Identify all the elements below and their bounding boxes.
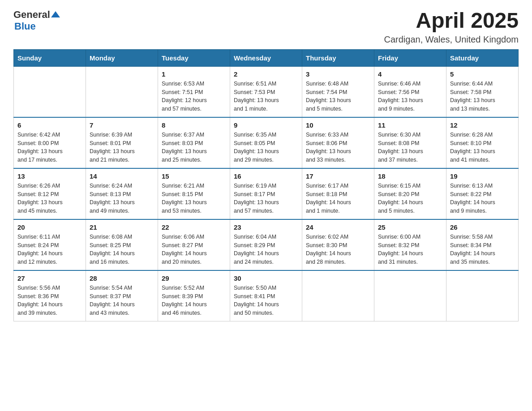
calendar-cell: 23Sunrise: 6:04 AM Sunset: 8:29 PM Dayli… <box>230 219 302 270</box>
calendar-cell: 19Sunrise: 6:13 AM Sunset: 8:22 PM Dayli… <box>446 168 519 219</box>
day-info: Sunrise: 6:21 AM Sunset: 8:15 PM Dayligh… <box>162 182 226 215</box>
calendar-cell: 16Sunrise: 6:19 AM Sunset: 8:17 PM Dayli… <box>230 168 302 219</box>
day-number: 11 <box>378 121 442 129</box>
day-number: 9 <box>234 121 298 129</box>
logo-wordmark: General Blue <box>13 9 60 32</box>
calendar-cell: 3Sunrise: 6:48 AM Sunset: 7:54 PM Daylig… <box>302 66 374 117</box>
day-info: Sunrise: 6:24 AM Sunset: 8:13 PM Dayligh… <box>90 182 154 215</box>
calendar-cell: 4Sunrise: 6:46 AM Sunset: 7:56 PM Daylig… <box>374 66 446 117</box>
day-number: 25 <box>378 223 442 231</box>
calendar-cell: 20Sunrise: 6:11 AM Sunset: 8:24 PM Dayli… <box>14 219 86 270</box>
day-number: 15 <box>162 172 226 180</box>
day-number: 20 <box>17 223 82 231</box>
day-number: 16 <box>234 172 298 180</box>
day-number: 26 <box>450 223 515 231</box>
day-info: Sunrise: 6:51 AM Sunset: 7:53 PM Dayligh… <box>234 80 298 113</box>
calendar-cell: 15Sunrise: 6:21 AM Sunset: 8:15 PM Dayli… <box>158 168 230 219</box>
title-block: April 2025 Cardigan, Wales, United Kingd… <box>384 9 519 45</box>
calendar-cell: 12Sunrise: 6:28 AM Sunset: 8:10 PM Dayli… <box>446 117 519 168</box>
calendar-cell: 18Sunrise: 6:15 AM Sunset: 8:20 PM Dayli… <box>374 168 446 219</box>
weekday-header-tuesday: Tuesday <box>158 49 230 66</box>
calendar-cell <box>86 66 158 117</box>
calendar-cell: 8Sunrise: 6:37 AM Sunset: 8:03 PM Daylig… <box>158 117 230 168</box>
calendar-cell: 13Sunrise: 6:26 AM Sunset: 8:12 PM Dayli… <box>14 168 86 219</box>
calendar-cell: 25Sunrise: 6:00 AM Sunset: 8:32 PM Dayli… <box>374 219 446 270</box>
day-info: Sunrise: 5:56 AM Sunset: 8:36 PM Dayligh… <box>17 284 82 317</box>
day-number: 13 <box>17 172 82 180</box>
day-info: Sunrise: 5:52 AM Sunset: 8:39 PM Dayligh… <box>162 284 226 317</box>
day-info: Sunrise: 6:00 AM Sunset: 8:32 PM Dayligh… <box>378 233 442 266</box>
day-number: 23 <box>234 223 298 231</box>
day-info: Sunrise: 6:17 AM Sunset: 8:18 PM Dayligh… <box>306 182 370 215</box>
day-info: Sunrise: 6:26 AM Sunset: 8:12 PM Dayligh… <box>17 182 82 215</box>
day-number: 21 <box>90 223 154 231</box>
day-number: 24 <box>306 223 370 231</box>
calendar-cell: 28Sunrise: 5:54 AM Sunset: 8:37 PM Dayli… <box>86 270 158 321</box>
day-info: Sunrise: 6:19 AM Sunset: 8:17 PM Dayligh… <box>234 182 298 215</box>
day-info: Sunrise: 5:50 AM Sunset: 8:41 PM Dayligh… <box>234 284 298 317</box>
day-info: Sunrise: 6:46 AM Sunset: 7:56 PM Dayligh… <box>378 80 442 113</box>
day-info: Sunrise: 6:28 AM Sunset: 8:10 PM Dayligh… <box>450 131 515 164</box>
day-number: 10 <box>306 121 370 129</box>
day-number: 28 <box>90 274 154 282</box>
calendar-cell: 5Sunrise: 6:44 AM Sunset: 7:58 PM Daylig… <box>446 66 519 117</box>
day-info: Sunrise: 6:02 AM Sunset: 8:30 PM Dayligh… <box>306 233 370 266</box>
logo: General Blue <box>13 9 60 32</box>
logo-text-blue: Blue <box>14 21 36 32</box>
calendar-cell: 29Sunrise: 5:52 AM Sunset: 8:39 PM Dayli… <box>158 270 230 321</box>
day-number: 19 <box>450 172 515 180</box>
day-number: 29 <box>162 274 226 282</box>
day-number: 3 <box>306 70 370 78</box>
calendar-week-2: 13Sunrise: 6:26 AM Sunset: 8:12 PM Dayli… <box>14 168 519 219</box>
day-number: 2 <box>234 70 298 78</box>
day-info: Sunrise: 6:39 AM Sunset: 8:01 PM Dayligh… <box>90 131 154 164</box>
calendar-cell: 24Sunrise: 6:02 AM Sunset: 8:30 PM Dayli… <box>302 219 374 270</box>
calendar-cell: 17Sunrise: 6:17 AM Sunset: 8:18 PM Dayli… <box>302 168 374 219</box>
day-number: 22 <box>162 223 226 231</box>
logo-text-general: General <box>13 9 50 21</box>
day-number: 12 <box>450 121 515 129</box>
day-info: Sunrise: 6:53 AM Sunset: 7:51 PM Dayligh… <box>162 80 226 113</box>
calendar-cell: 27Sunrise: 5:56 AM Sunset: 8:36 PM Dayli… <box>14 270 86 321</box>
calendar-cell: 2Sunrise: 6:51 AM Sunset: 7:53 PM Daylig… <box>230 66 302 117</box>
calendar-week-3: 20Sunrise: 6:11 AM Sunset: 8:24 PM Dayli… <box>14 219 519 270</box>
calendar-cell <box>14 66 86 117</box>
day-info: Sunrise: 6:04 AM Sunset: 8:29 PM Dayligh… <box>234 233 298 266</box>
calendar-cell: 10Sunrise: 6:33 AM Sunset: 8:06 PM Dayli… <box>302 117 374 168</box>
day-number: 17 <box>306 172 370 180</box>
weekday-header-row: SundayMondayTuesdayWednesdayThursdayFrid… <box>14 49 519 66</box>
day-info: Sunrise: 6:33 AM Sunset: 8:06 PM Dayligh… <box>306 131 370 164</box>
calendar-header: SundayMondayTuesdayWednesdayThursdayFrid… <box>14 49 519 66</box>
weekday-header-monday: Monday <box>86 49 158 66</box>
calendar-cell: 22Sunrise: 6:06 AM Sunset: 8:27 PM Dayli… <box>158 219 230 270</box>
day-number: 8 <box>162 121 226 129</box>
weekday-header-wednesday: Wednesday <box>230 49 302 66</box>
day-info: Sunrise: 6:48 AM Sunset: 7:54 PM Dayligh… <box>306 80 370 113</box>
day-info: Sunrise: 6:35 AM Sunset: 8:05 PM Dayligh… <box>234 131 298 164</box>
calendar-cell: 30Sunrise: 5:50 AM Sunset: 8:41 PM Dayli… <box>230 270 302 321</box>
day-number: 14 <box>90 172 154 180</box>
calendar-cell: 26Sunrise: 5:58 AM Sunset: 8:34 PM Dayli… <box>446 219 519 270</box>
calendar-body: 1Sunrise: 6:53 AM Sunset: 7:51 PM Daylig… <box>14 66 519 321</box>
page-subtitle: Cardigan, Wales, United Kingdom <box>384 34 519 45</box>
day-number: 4 <box>378 70 442 78</box>
day-info: Sunrise: 6:08 AM Sunset: 8:25 PM Dayligh… <box>90 233 154 266</box>
calendar-cell: 11Sunrise: 6:30 AM Sunset: 8:08 PM Dayli… <box>374 117 446 168</box>
weekday-header-sunday: Sunday <box>14 49 86 66</box>
day-number: 1 <box>162 70 226 78</box>
day-number: 6 <box>17 121 82 129</box>
day-info: Sunrise: 6:37 AM Sunset: 8:03 PM Dayligh… <box>162 131 226 164</box>
day-info: Sunrise: 6:30 AM Sunset: 8:08 PM Dayligh… <box>378 131 442 164</box>
day-number: 27 <box>17 274 82 282</box>
calendar-cell <box>446 270 519 321</box>
day-info: Sunrise: 6:11 AM Sunset: 8:24 PM Dayligh… <box>17 233 82 266</box>
calendar-week-4: 27Sunrise: 5:56 AM Sunset: 8:36 PM Dayli… <box>14 270 519 321</box>
calendar-cell <box>302 270 374 321</box>
day-number: 30 <box>234 274 298 282</box>
calendar-cell: 6Sunrise: 6:42 AM Sunset: 8:00 PM Daylig… <box>14 117 86 168</box>
weekday-header-saturday: Saturday <box>446 49 519 66</box>
calendar-cell: 7Sunrise: 6:39 AM Sunset: 8:01 PM Daylig… <box>86 117 158 168</box>
page-title: April 2025 <box>384 9 519 33</box>
calendar-table: SundayMondayTuesdayWednesdayThursdayFrid… <box>13 49 519 321</box>
calendar-cell: 14Sunrise: 6:24 AM Sunset: 8:13 PM Dayli… <box>86 168 158 219</box>
